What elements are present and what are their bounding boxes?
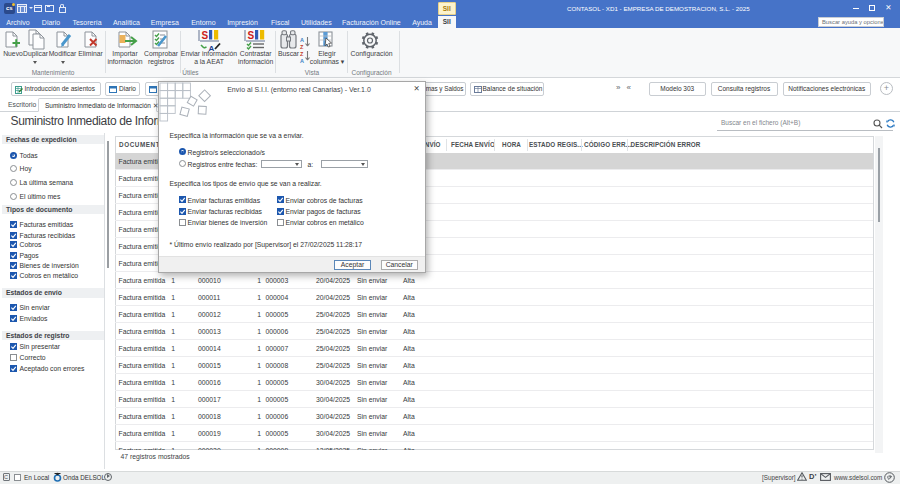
svg-text:S: S [248,30,255,41]
svg-text:Z: Z [300,51,304,57]
svg-text:S: S [202,30,209,41]
svg-text:A: A [300,58,304,64]
svg-text:Z: Z [300,44,304,50]
svg-text:A: A [209,44,215,53]
svg-text:A: A [300,37,304,43]
